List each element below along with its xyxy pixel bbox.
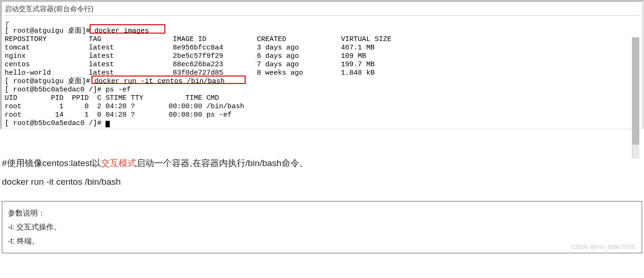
desc-highlight: 交互模式 — [101, 158, 136, 168]
terminal-area: ┌ [ root@atguigu 桌面]# docker images REPO… — [5, 19, 639, 128]
terminal-cursor — [106, 121, 110, 127]
desc-pre: #使用镜像centos:latest以 — [2, 158, 101, 168]
scrollbar[interactable] — [632, 37, 639, 159]
param-t: -t: 终端。 — [8, 234, 636, 248]
param-box: 参数说明： -i: 交互式操作。 -t: 终端。 — [2, 201, 642, 253]
scrollbar-thumb[interactable] — [632, 37, 639, 145]
terminal-output: ┌ [ root@atguigu 桌面]# docker images REPO… — [5, 19, 639, 128]
command-line: docker run -it centos /bin/bash — [2, 177, 644, 187]
watermark: CSDN @m0_60907575 — [571, 243, 635, 250]
param-i: -i: 交互式操作。 — [8, 220, 636, 234]
description-line: #使用镜像centos:latest以交互模式启动一个容器,在容器内执行/bin… — [2, 157, 644, 169]
param-title: 参数说明： — [8, 206, 636, 220]
desc-post: 启动一个容器,在容器内执行/bin/bash命令。 — [136, 158, 308, 168]
section-title: 启动交互式容器(前台命令行) — [5, 4, 639, 16]
